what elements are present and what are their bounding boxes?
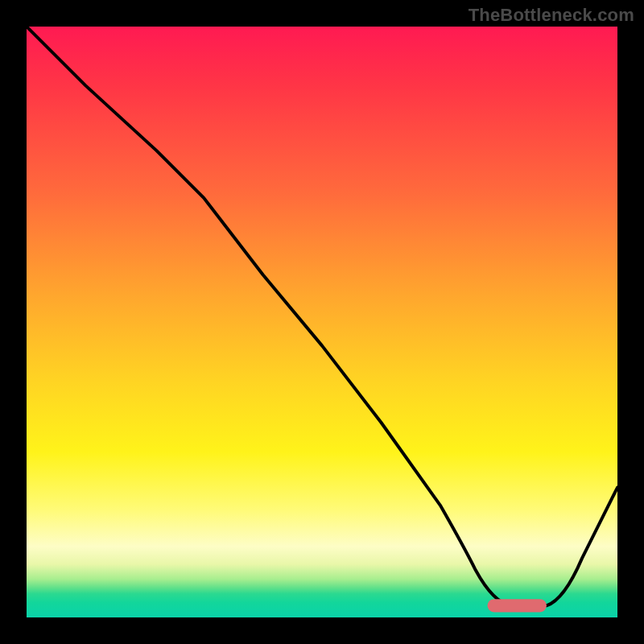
plot-area <box>24 24 620 620</box>
bottleneck-curve-path <box>27 27 617 605</box>
curve-layer <box>27 27 617 617</box>
watermark-text: TheBottleneck.com <box>469 5 634 26</box>
optimal-range-marker <box>488 599 547 612</box>
chart-frame: TheBottleneck.com <box>0 0 644 644</box>
